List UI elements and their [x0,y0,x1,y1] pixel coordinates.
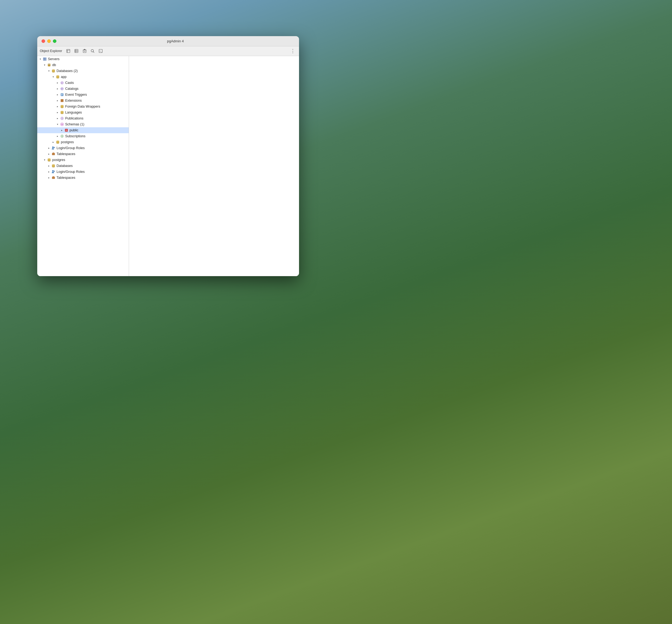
db-icon: 🐘 [47,63,51,67]
public-label: public [70,128,78,132]
tree-item-extensions[interactable]: Extensions [37,98,129,104]
svg-point-44 [61,124,63,125]
svg-rect-35 [62,99,64,101]
svg-point-39 [61,105,64,106]
tablespaces-label: Tablespaces [57,152,76,156]
tree-item-app[interactable]: app [37,74,129,80]
postgres-tablespaces-icon [51,176,56,180]
tree-item-public[interactable]: public [37,127,129,133]
login-group-label: Login/Group Roles [57,146,85,150]
svg-text:>_: >_ [100,50,102,52]
tree-item-schemas[interactable]: Schemas (1) [37,121,129,127]
databases-label: Databases (2) [57,69,78,73]
postgres-db-label: postgres [61,140,74,144]
svg-rect-3 [75,49,78,53]
publications-label: Publications [65,116,83,120]
subscriptions-icon [60,134,64,138]
postgres-databases-arrow [47,164,51,168]
svg-rect-34 [61,99,62,101]
postgres-login-arrow [47,170,51,174]
tree-item-db[interactable]: 🐘 db [37,62,129,68]
tree-item-databases[interactable]: Databases (2) [37,68,129,74]
tree-item-event-triggers[interactable]: Event Triggers [37,92,129,98]
login-group-arrow [47,146,51,150]
svg-point-49 [56,140,59,141]
tree-item-postgres-login[interactable]: Login/Group Roles [37,169,129,175]
tree-item-postgres-db[interactable]: postgres [37,139,129,145]
toolbar: Object Explorer [37,46,299,56]
postgres-server-label: postgres [52,158,65,162]
main-window: pgAdmin 4 Object Explorer [37,36,299,276]
schemas-label: Schemas (1) [65,123,84,126]
publications-icon [60,116,64,121]
postgres-tablespaces-label: Tablespaces [57,176,76,180]
window-title: pgAdmin 4 [56,39,295,43]
object-explorer-tree: Servers 🐘 db [37,56,129,276]
main-content: Servers 🐘 db [37,56,299,276]
more-options-button[interactable]: ⋮ [289,48,296,54]
db-arrow [43,63,47,67]
catalogs-icon [60,86,64,91]
tree-item-tablespaces[interactable]: Tablespaces [37,151,129,157]
public-arrow [60,128,64,132]
extensions-arrow [56,98,60,103]
db-label: db [52,63,56,67]
event-triggers-icon [60,93,64,97]
postgres-databases-icon [51,164,56,168]
svg-rect-36 [61,101,62,102]
postgres-login-label: Login/Group Roles [57,170,85,174]
tree-item-casts[interactable]: Casts [37,80,129,86]
tree-item-fdw[interactable]: Foreign Data Wrappers [37,104,129,109]
postgres-tablespaces-arrow [47,176,51,180]
tree-item-login-group[interactable]: Login/Group Roles [37,145,129,151]
app-arrow [51,75,56,79]
tree-item-subscriptions[interactable]: Subscriptions [37,133,129,139]
svg-rect-46 [66,129,67,131]
postgres-db-icon [56,140,60,144]
maximize-button[interactable] [53,40,56,43]
tree-item-postgres-server[interactable]: postgres [37,157,129,163]
postgres-db-arrow [51,140,56,144]
table-button[interactable] [73,48,80,54]
tree-item-postgres-tablespaces[interactable]: Tablespaces [37,175,129,181]
search-button[interactable] [89,48,96,54]
postgres-server-arrow [43,158,47,162]
delete-button[interactable] [81,48,88,54]
right-panel [129,56,299,276]
minimize-button[interactable] [47,40,51,43]
tree-item-servers[interactable]: Servers [37,56,129,62]
tablespaces-icon [51,152,56,156]
extensions-label: Extensions [65,99,82,102]
fdw-label: Foreign Data Wrappers [65,105,100,108]
login-group-icon [51,146,56,150]
query-tool-button[interactable]: >_ [97,48,104,54]
schema-button[interactable] [65,48,72,54]
svg-rect-7 [83,50,86,53]
languages-icon [60,110,64,114]
extensions-icon [60,98,64,103]
tree-item-postgres-databases[interactable]: Databases [37,163,129,169]
svg-point-51 [54,147,55,148]
publications-arrow [56,116,60,121]
tree-item-languages[interactable]: Languages [37,109,129,115]
catalogs-label: Catalogs [65,87,78,90]
svg-point-59 [54,171,55,172]
close-button[interactable] [42,40,45,43]
app-label: app [61,75,67,79]
schemas-icon [60,122,64,127]
svg-line-13 [93,52,95,53]
svg-point-57 [52,164,55,165]
svg-point-55 [48,158,50,159]
subscriptions-arrow [56,134,60,138]
svg-point-21 [48,65,50,66]
tree-item-catalogs[interactable]: Catalogs [37,86,129,92]
svg-rect-61 [53,176,54,177]
traffic-lights [42,40,56,43]
svg-rect-0 [67,49,70,53]
tree-item-publications[interactable]: Publications [37,115,129,121]
event-triggers-label: Event Triggers [65,93,87,97]
explorer-label: Object Explorer [40,49,63,53]
casts-icon [60,81,64,85]
svg-point-27 [56,75,59,76]
fdw-arrow [56,104,60,109]
